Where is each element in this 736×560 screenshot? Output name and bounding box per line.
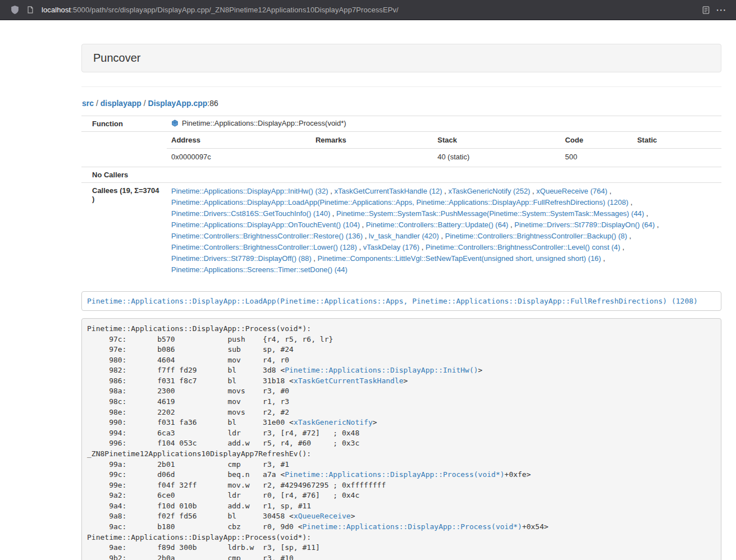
callee-separator: , <box>357 243 363 251</box>
column-static: Static <box>633 132 721 149</box>
code-symbol-link[interactable]: Pinetime::Applications::DisplayApp::Proc… <box>285 470 504 479</box>
code-symbol-link[interactable]: xQueueReceive <box>294 512 351 520</box>
callee-separator: , <box>330 209 336 218</box>
callee-separator: , <box>644 209 648 218</box>
address-value: 0x0000097c <box>167 149 311 167</box>
highlighted-callee-link[interactable]: Pinetime::Applications::DisplayApp::Load… <box>87 297 698 305</box>
column-address: Address <box>167 132 311 149</box>
symbol-table: Function Pinetime::Applications::Display… <box>81 116 721 278</box>
breadcrumb-link-src[interactable]: src <box>82 99 94 108</box>
page-actions-menu-icon[interactable]: ⋯ <box>714 3 729 17</box>
remarks-value <box>311 149 433 167</box>
callee-separator: , <box>419 243 426 251</box>
callee-separator: , <box>363 232 369 240</box>
callee-link[interactable]: Pinetime::Drivers::St7789::DisplayOff() … <box>171 254 312 263</box>
empty-label-cell <box>81 132 167 167</box>
breadcrumb-separator: / <box>94 99 100 108</box>
callee-separator: , <box>508 221 514 229</box>
page-title: Puncover <box>93 52 141 64</box>
callee-link[interactable]: Pinetime::System::SystemTask::PushMessag… <box>336 209 644 218</box>
callee-link[interactable]: xTaskGenericNotify (252) <box>449 187 531 195</box>
callee-link[interactable]: lv_task_handler (420) <box>369 232 439 240</box>
function-icon <box>171 120 179 128</box>
code-symbol-link[interactable]: Pinetime::Applications::DisplayApp::Init… <box>285 366 478 374</box>
callees-list: Pinetime::Applications::DisplayApp::Init… <box>167 183 721 279</box>
function-details-row: Address Remarks Stack Code Static 0x0000… <box>81 132 721 167</box>
callee-link[interactable]: Pinetime::Components::LittleVgl::SetNewT… <box>318 254 601 263</box>
tracking-protection-shield-icon[interactable] <box>7 3 22 17</box>
callee-link[interactable]: Pinetime::Controllers::BrightnessControl… <box>171 243 357 251</box>
column-stack: Stack <box>433 132 560 149</box>
divider <box>81 86 721 87</box>
details-value-row: 0x0000097c 40 (static) 500 <box>167 149 721 167</box>
callee-separator: , <box>628 198 632 206</box>
breadcrumb-line-number: :86 <box>207 99 218 108</box>
callee-link[interactable]: Pinetime::Applications::DisplayApp::Init… <box>171 187 328 195</box>
code-symbol-link[interactable]: Pinetime::Applications::DisplayApp::Proc… <box>303 522 522 531</box>
no-callers-row: No Callers <box>81 167 721 183</box>
breadcrumb-link-displayapp.cpp[interactable]: DisplayApp.cpp <box>148 99 208 108</box>
callee-separator: , <box>360 221 366 229</box>
url-path: :5000/path/src/displayapp/DisplayApp.cpp… <box>71 6 399 14</box>
url-bar[interactable]: localhost:5000/path/src/displayapp/Displ… <box>42 6 698 14</box>
callee-link[interactable]: xQueueReceive (764) <box>536 187 607 195</box>
callees-label: Callees (19, Σ=3704 ) <box>81 183 167 279</box>
browser-toolbar: localhost:5000/path/src/displayapp/Displ… <box>0 0 736 20</box>
callee-link[interactable]: Pinetime::Controllers::BrightnessControl… <box>171 232 363 240</box>
reader-view-icon[interactable] <box>698 3 714 17</box>
callee-separator: , <box>601 254 605 263</box>
callee-separator: , <box>655 221 659 229</box>
column-code: Code <box>560 132 632 149</box>
callee-link[interactable]: Pinetime::Controllers::BrightnessControl… <box>426 243 620 251</box>
page-title-panel: Puncover <box>81 44 721 72</box>
no-callers-label: No Callers <box>81 167 167 183</box>
callee-link[interactable]: Pinetime::Drivers::Cst816S::GetTouchInfo… <box>171 209 330 218</box>
callee-link[interactable]: Pinetime::Applications::Screens::Timer::… <box>171 265 348 274</box>
callee-separator: , <box>530 187 536 195</box>
callee-link[interactable]: xTaskGetCurrentTaskHandle (12) <box>334 187 442 195</box>
callees-row: Callees (19, Σ=3704 ) Pinetime::Applicat… <box>81 183 721 279</box>
callee-link[interactable]: Pinetime::Drivers::St7789::DisplayOn() (… <box>514 221 655 229</box>
callee-link[interactable]: Pinetime::Controllers::Battery::Update()… <box>366 221 509 229</box>
callee-link[interactable]: Pinetime::Controllers::BrightnessControl… <box>445 232 627 240</box>
code-symbol-link[interactable]: xTaskGetCurrentTaskHandle <box>294 377 404 385</box>
column-remarks: Remarks <box>311 132 433 149</box>
page-info-icon[interactable] <box>22 3 38 17</box>
function-row-label: Function <box>81 116 167 132</box>
breadcrumb-link-displayapp[interactable]: displayapp <box>100 99 141 108</box>
callee-separator: , <box>620 243 624 251</box>
code-size-value: 500 <box>560 149 632 167</box>
function-row: Function Pinetime::Applications::Display… <box>81 116 721 132</box>
callee-separator: , <box>442 187 449 195</box>
breadcrumb-separator: / <box>141 99 148 108</box>
function-name: Pinetime::Applications::DisplayApp::Proc… <box>182 119 346 127</box>
callee-separator: , <box>439 232 445 240</box>
callee-separator: , <box>312 254 318 263</box>
disassembly-code-block: Pinetime::Applications::DisplayApp::Proc… <box>81 318 721 560</box>
page-content: Puncover src / displayapp / DisplayApp.c… <box>81 20 721 560</box>
callee-link[interactable]: vTaskDelay (176) <box>363 243 419 251</box>
function-details-table: Address Remarks Stack Code Static 0x0000… <box>167 132 721 167</box>
no-callers-empty-cell <box>167 167 721 183</box>
callee-separator: , <box>607 187 611 195</box>
url-domain: localhost <box>42 6 71 14</box>
stack-value: 40 (static) <box>433 149 560 167</box>
highlighted-callee-panel: Pinetime::Applications::DisplayApp::Load… <box>81 291 721 311</box>
callee-link[interactable]: Pinetime::Applications::DisplayApp::OnTo… <box>171 221 360 229</box>
callee-link[interactable]: Pinetime::Applications::DisplayApp::Load… <box>171 198 628 206</box>
breadcrumb: src / displayapp / DisplayApp.cpp:86 <box>82 99 721 108</box>
callee-separator: , <box>627 232 631 240</box>
callee-separator: , <box>328 187 335 195</box>
static-value <box>633 149 721 167</box>
code-symbol-link[interactable]: xTaskGenericNotify <box>294 418 373 426</box>
